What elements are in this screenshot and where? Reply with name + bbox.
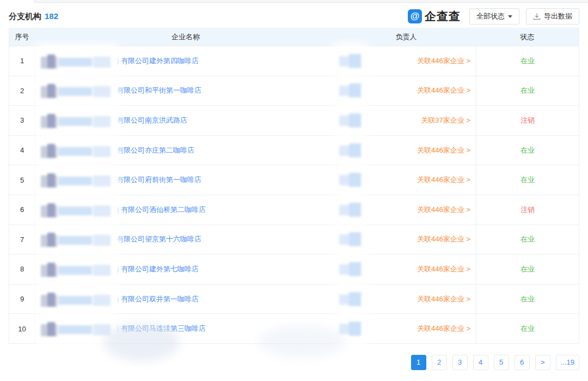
redacted-company-name (40, 140, 114, 161)
redacted-company-name (40, 50, 114, 72)
table-row: 1 ) 有限公司建外第四咖啡店 关联446家企业 > 在业 (9, 46, 579, 76)
table-header-row: 序号 企业名称 负责人 状态 (9, 28, 579, 46)
redacted-person-name (339, 111, 362, 130)
status-cell: 在业 (476, 255, 579, 284)
company-name-link[interactable]: ) 有限公司双井第一咖啡店 (117, 294, 199, 304)
column-header-status: 状态 (476, 32, 579, 42)
row-number: 1 (9, 46, 35, 76)
related-companies-link[interactable]: 关联446家企业 > (417, 264, 470, 274)
table-row: 7 有限公司望京第十六咖啡店 关联446家企业 > 在业 (9, 225, 579, 255)
redacted-company-name (40, 288, 114, 310)
qichacha-logo-icon: @ (408, 9, 422, 23)
related-companies-link[interactable]: 关联446家企业 > (417, 234, 470, 244)
row-number: 9 (9, 285, 35, 314)
header-bar: 分支机构 182 @ 企查查 全部状态 导出数据 (9, 3, 579, 28)
company-cell: ) 有限公司双井第一咖啡店 (35, 285, 336, 314)
page-button-1[interactable]: 1 (411, 355, 426, 370)
redacted-person-name (339, 319, 362, 338)
page-button-4[interactable]: 4 (473, 355, 488, 370)
table-row: 10 ) 有限公司马连洼第三咖啡店 关联446家企业 > 在业 (9, 313, 579, 343)
qichacha-logo-text: 企查查 (425, 9, 461, 24)
table-row: 5 有限公司府前街第一咖啡店 关联446家企业 > 在业 (9, 165, 579, 195)
company-name-link[interactable]: ) 有限公司马连洼第三咖啡店 (117, 324, 206, 334)
status-badge: 在业 (520, 234, 535, 244)
redacted-company-name (40, 80, 114, 101)
download-icon (533, 13, 541, 20)
company-name-link[interactable]: 有限公司南京洪武路店 (117, 116, 187, 125)
page-title: 分支机构 (9, 11, 41, 22)
company-name-link[interactable]: 有限公司和平街第一咖啡店 (117, 86, 201, 95)
related-companies-link[interactable]: 关联446家企业 > (417, 294, 470, 304)
company-name-link[interactable]: 有限公司望京第十六咖啡店 (117, 234, 201, 244)
company-name-link[interactable]: 有限公司亦庄第二咖啡店 (117, 146, 194, 155)
status-cell: 在业 (476, 46, 579, 76)
table-row: 8 ) 有限公司建外第七咖啡店 关联446家企业 > 在业 (9, 254, 579, 284)
column-header-person: 负责人 (336, 32, 476, 42)
related-companies-link[interactable]: 关联446家企业 > (417, 205, 470, 215)
person-cell: 关联446家企业 > (336, 46, 476, 76)
person-cell: 关联446家企业 > (336, 225, 476, 255)
redacted-person-name (339, 289, 362, 309)
person-cell: 关联446家企业 > (336, 255, 476, 284)
redacted-person-name (339, 170, 362, 190)
status-cell: 在业 (476, 165, 579, 195)
page-button-2[interactable]: 2 (432, 355, 447, 370)
column-header-no: 序号 (9, 32, 35, 42)
table-row: 2 有限公司和平街第一咖啡店 关联446家企业 > 在业 (9, 76, 579, 106)
export-data-button[interactable]: 导出数据 (526, 8, 579, 25)
status-cell: 在业 (476, 225, 579, 255)
company-cell: ) 有限公司建外第七咖啡店 (35, 255, 336, 284)
branch-table: 序号 企业名称 负责人 状态 1 ) 有限公司建外第四咖啡店 关联446家企业 … (9, 28, 579, 344)
status-badge: 注销 (520, 116, 535, 125)
company-name-link[interactable]: ) 有限公司建外第七咖啡店 (117, 264, 199, 274)
status-cell: 在业 (476, 76, 579, 106)
redacted-company-name (40, 169, 114, 191)
related-companies-link[interactable]: 关联446家企业 > (417, 56, 470, 66)
status-cell: 在业 (476, 136, 579, 165)
page-button-6[interactable]: 6 (514, 355, 530, 370)
status-badge: 在业 (520, 175, 535, 185)
status-filter-dropdown[interactable]: 全部状态 (469, 8, 519, 25)
row-number: 10 (9, 314, 35, 343)
status-badge: 在业 (520, 146, 535, 155)
related-companies-link[interactable]: 关联446家企业 > (417, 86, 470, 95)
title-area: 分支机构 182 (9, 11, 58, 22)
status-cell: 在业 (476, 314, 579, 343)
company-cell: 有限公司南京洪武路店 (35, 106, 336, 135)
export-data-label: 导出数据 (544, 11, 572, 21)
row-number: 2 (9, 76, 35, 106)
person-cell: 关联446家企业 > (336, 285, 476, 314)
company-name-link[interactable]: ) 有限公司建外第四咖啡店 (117, 56, 199, 66)
company-name-link[interactable]: ) 有限公司酒仙桥第二咖啡店 (117, 205, 206, 215)
person-cell: 关联446家企业 > (336, 76, 476, 106)
page-button-3[interactable]: 3 (452, 355, 468, 370)
related-companies-link[interactable]: 关联446家企业 > (417, 146, 470, 155)
next-page-button[interactable]: > (535, 355, 550, 370)
redacted-person-name (339, 141, 362, 160)
company-name-link[interactable]: 有限公司府前街第一咖啡店 (117, 175, 201, 185)
row-number: 6 (9, 195, 35, 225)
row-number: 7 (9, 225, 35, 255)
status-cell: 在业 (476, 285, 579, 314)
related-companies-link[interactable]: 关联446家企业 > (417, 175, 470, 185)
redacted-company-name (40, 199, 114, 221)
redacted-person-name (339, 229, 362, 249)
table-row: 6 ) 有限公司酒仙桥第二咖啡店 关联446家企业 > 注销 (9, 195, 579, 225)
company-cell: ) 有限公司酒仙桥第二咖啡店 (35, 195, 336, 225)
column-header-company: 企业名称 (35, 32, 336, 42)
person-cell: 关联446家企业 > (336, 195, 476, 225)
table-row: 9 ) 有限公司双井第一咖啡店 关联446家企业 > 在业 (9, 284, 579, 314)
person-cell: 关联446家企业 > (336, 314, 476, 343)
last-page-button[interactable]: ...19 (556, 355, 579, 370)
redacted-person-name (339, 51, 362, 71)
person-cell: 关联446家企业 > (336, 136, 476, 165)
page-button-5[interactable]: 5 (494, 355, 509, 370)
table-row: 3 有限公司南京洪武路店 关联37家企业 > 注销 (9, 105, 579, 135)
redacted-company-name (40, 228, 114, 250)
related-companies-link[interactable]: 关联446家企业 > (417, 324, 470, 334)
related-companies-link[interactable]: 关联37家企业 > (421, 116, 470, 125)
status-badge: 在业 (520, 264, 535, 274)
pagination: 1 2 3 4 5 6 > ...19 (9, 355, 579, 370)
caret-down-icon (508, 15, 512, 18)
person-cell: 关联446家企业 > (336, 165, 476, 195)
